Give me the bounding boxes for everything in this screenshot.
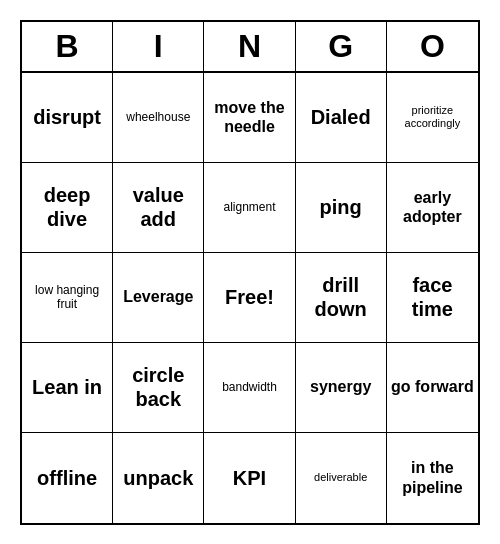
bingo-cell-3: Dialed xyxy=(296,73,387,163)
cell-text-4: prioritize accordingly xyxy=(391,104,474,130)
cell-text-9: early adopter xyxy=(391,188,474,226)
cell-text-21: unpack xyxy=(123,466,193,490)
cell-text-10: low hanging fruit xyxy=(26,283,108,312)
cell-text-11: Leverage xyxy=(123,287,193,306)
cell-text-20: offline xyxy=(37,466,97,490)
header-letter-i: I xyxy=(113,22,204,71)
cell-text-19: go forward xyxy=(391,377,474,396)
cell-text-18: synergy xyxy=(310,377,371,396)
cell-text-13: drill down xyxy=(300,273,382,321)
cell-text-8: ping xyxy=(320,195,362,219)
cell-text-16: circle back xyxy=(117,363,199,411)
bingo-cell-16: circle back xyxy=(113,343,204,433)
bingo-grid: disruptwheelhousemove the needleDialedpr… xyxy=(22,73,478,523)
cell-text-6: value add xyxy=(117,183,199,231)
bingo-card: BINGO disruptwheelhousemove the needleDi… xyxy=(20,20,480,525)
cell-text-23: deliverable xyxy=(314,471,367,484)
bingo-cell-21: unpack xyxy=(113,433,204,523)
cell-text-7: alignment xyxy=(223,200,275,214)
cell-text-14: face time xyxy=(391,273,474,321)
bingo-cell-24: in the pipeline xyxy=(387,433,478,523)
bingo-cell-5: deep dive xyxy=(22,163,113,253)
header-letter-b: B xyxy=(22,22,113,71)
bingo-header: BINGO xyxy=(22,22,478,73)
cell-text-0: disrupt xyxy=(33,105,101,129)
bingo-cell-1: wheelhouse xyxy=(113,73,204,163)
bingo-cell-7: alignment xyxy=(204,163,295,253)
cell-text-24: in the pipeline xyxy=(391,458,474,496)
bingo-cell-17: bandwidth xyxy=(204,343,295,433)
bingo-cell-6: value add xyxy=(113,163,204,253)
cell-text-22: KPI xyxy=(233,466,266,490)
bingo-cell-2: move the needle xyxy=(204,73,295,163)
cell-text-2: move the needle xyxy=(208,98,290,136)
cell-text-17: bandwidth xyxy=(222,380,277,394)
cell-text-5: deep dive xyxy=(26,183,108,231)
header-letter-n: N xyxy=(204,22,295,71)
bingo-cell-19: go forward xyxy=(387,343,478,433)
bingo-cell-20: offline xyxy=(22,433,113,523)
bingo-cell-12: Free! xyxy=(204,253,295,343)
header-letter-g: G xyxy=(296,22,387,71)
bingo-cell-11: Leverage xyxy=(113,253,204,343)
bingo-cell-9: early adopter xyxy=(387,163,478,253)
bingo-cell-14: face time xyxy=(387,253,478,343)
bingo-cell-23: deliverable xyxy=(296,433,387,523)
cell-text-3: Dialed xyxy=(311,105,371,129)
bingo-cell-15: Lean in xyxy=(22,343,113,433)
bingo-cell-18: synergy xyxy=(296,343,387,433)
cell-text-12: Free! xyxy=(225,285,274,309)
bingo-cell-8: ping xyxy=(296,163,387,253)
header-letter-o: O xyxy=(387,22,478,71)
bingo-cell-4: prioritize accordingly xyxy=(387,73,478,163)
bingo-cell-10: low hanging fruit xyxy=(22,253,113,343)
bingo-cell-22: KPI xyxy=(204,433,295,523)
cell-text-15: Lean in xyxy=(32,375,102,399)
bingo-cell-13: drill down xyxy=(296,253,387,343)
bingo-cell-0: disrupt xyxy=(22,73,113,163)
cell-text-1: wheelhouse xyxy=(126,110,190,124)
